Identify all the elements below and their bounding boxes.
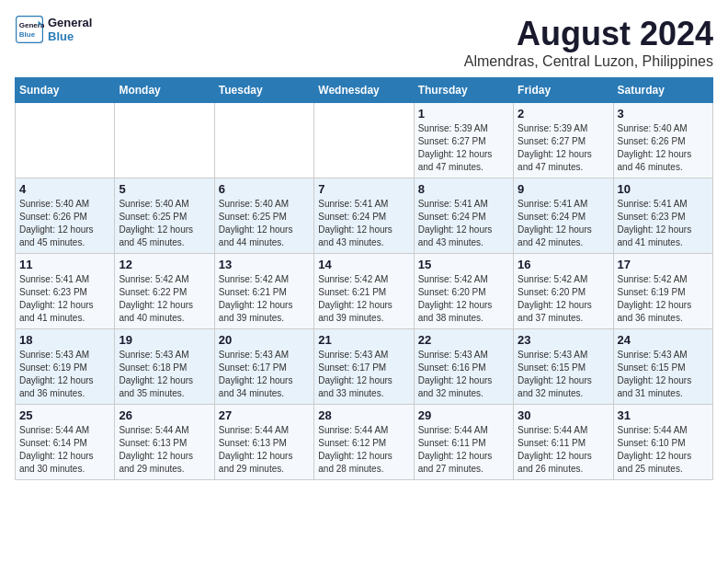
day-info: Sunrise: 5:40 AM Sunset: 6:25 PM Dayligh… bbox=[219, 198, 310, 249]
calendar-week-3: 11Sunrise: 5:41 AM Sunset: 6:23 PM Dayli… bbox=[16, 254, 713, 329]
day-number: 15 bbox=[418, 258, 509, 271]
day-number: 11 bbox=[19, 258, 110, 271]
day-info: Sunrise: 5:43 AM Sunset: 6:18 PM Dayligh… bbox=[119, 349, 210, 400]
day-info: Sunrise: 5:41 AM Sunset: 6:23 PM Dayligh… bbox=[618, 198, 709, 249]
weekday-header-row: SundayMondayTuesdayWednesdayThursdayFrid… bbox=[16, 78, 713, 103]
day-info: Sunrise: 5:41 AM Sunset: 6:24 PM Dayligh… bbox=[518, 198, 609, 249]
calendar-cell: 8Sunrise: 5:41 AM Sunset: 6:24 PM Daylig… bbox=[414, 178, 513, 254]
day-info: Sunrise: 5:41 AM Sunset: 6:24 PM Dayligh… bbox=[318, 198, 409, 249]
calendar-week-5: 25Sunrise: 5:44 AM Sunset: 6:14 PM Dayli… bbox=[16, 405, 713, 480]
calendar-cell: 28Sunrise: 5:44 AM Sunset: 6:12 PM Dayli… bbox=[314, 405, 414, 480]
calendar-cell: 3Sunrise: 5:40 AM Sunset: 6:26 PM Daylig… bbox=[613, 103, 712, 178]
day-info: Sunrise: 5:44 AM Sunset: 6:13 PM Dayligh… bbox=[119, 424, 210, 476]
calendar-cell: 31Sunrise: 5:44 AM Sunset: 6:10 PM Dayli… bbox=[613, 405, 712, 480]
day-number: 10 bbox=[618, 182, 709, 196]
day-info: Sunrise: 5:40 AM Sunset: 6:26 PM Dayligh… bbox=[19, 198, 110, 249]
day-info: Sunrise: 5:43 AM Sunset: 6:17 PM Dayligh… bbox=[318, 349, 409, 400]
calendar-cell: 13Sunrise: 5:42 AM Sunset: 6:21 PM Dayli… bbox=[214, 254, 313, 329]
day-info: Sunrise: 5:42 AM Sunset: 6:21 PM Dayligh… bbox=[219, 273, 310, 325]
day-number: 24 bbox=[618, 333, 709, 347]
logo-general: General bbox=[48, 16, 92, 29]
calendar-cell: 7Sunrise: 5:41 AM Sunset: 6:24 PM Daylig… bbox=[314, 178, 414, 254]
logo: General Blue General Blue bbox=[15, 15, 92, 44]
day-number: 14 bbox=[318, 258, 409, 271]
weekday-header-tuesday: Tuesday bbox=[214, 78, 313, 103]
weekday-header-saturday: Saturday bbox=[613, 78, 712, 103]
day-number: 9 bbox=[518, 182, 609, 196]
day-number: 1 bbox=[418, 107, 509, 121]
weekday-header-wednesday: Wednesday bbox=[314, 78, 414, 103]
logo-icon: General Blue bbox=[15, 15, 44, 44]
subtitle: Almendras, Central Luzon, Philippines bbox=[464, 53, 713, 70]
day-info: Sunrise: 5:42 AM Sunset: 6:20 PM Dayligh… bbox=[518, 273, 609, 325]
day-number: 19 bbox=[119, 333, 210, 347]
calendar-week-4: 18Sunrise: 5:43 AM Sunset: 6:19 PM Dayli… bbox=[16, 329, 713, 405]
calendar-cell: 27Sunrise: 5:44 AM Sunset: 6:13 PM Dayli… bbox=[214, 405, 313, 480]
day-number: 6 bbox=[219, 182, 310, 196]
day-number: 21 bbox=[318, 333, 409, 347]
calendar-cell: 25Sunrise: 5:44 AM Sunset: 6:14 PM Dayli… bbox=[16, 405, 115, 480]
day-number: 26 bbox=[119, 408, 210, 422]
calendar-cell: 10Sunrise: 5:41 AM Sunset: 6:23 PM Dayli… bbox=[613, 178, 712, 254]
day-number: 7 bbox=[318, 182, 409, 196]
day-info: Sunrise: 5:43 AM Sunset: 6:17 PM Dayligh… bbox=[219, 349, 310, 400]
calendar-cell: 17Sunrise: 5:42 AM Sunset: 6:19 PM Dayli… bbox=[613, 254, 712, 329]
day-info: Sunrise: 5:43 AM Sunset: 6:15 PM Dayligh… bbox=[618, 349, 709, 400]
day-number: 25 bbox=[19, 408, 110, 422]
day-info: Sunrise: 5:39 AM Sunset: 6:27 PM Dayligh… bbox=[518, 122, 609, 174]
weekday-header-monday: Monday bbox=[115, 78, 214, 103]
day-number: 13 bbox=[219, 258, 310, 271]
day-number: 12 bbox=[119, 258, 210, 271]
calendar-cell: 23Sunrise: 5:43 AM Sunset: 6:15 PM Dayli… bbox=[514, 329, 613, 405]
calendar-week-1: 1Sunrise: 5:39 AM Sunset: 6:27 PM Daylig… bbox=[16, 103, 713, 178]
day-info: Sunrise: 5:43 AM Sunset: 6:16 PM Dayligh… bbox=[418, 349, 509, 400]
day-info: Sunrise: 5:41 AM Sunset: 6:23 PM Dayligh… bbox=[19, 273, 110, 325]
calendar-cell: 12Sunrise: 5:42 AM Sunset: 6:22 PM Dayli… bbox=[115, 254, 214, 329]
calendar-cell: 18Sunrise: 5:43 AM Sunset: 6:19 PM Dayli… bbox=[16, 329, 115, 405]
day-number: 30 bbox=[518, 408, 609, 422]
calendar-cell: 20Sunrise: 5:43 AM Sunset: 6:17 PM Dayli… bbox=[214, 329, 313, 405]
logo-blue: Blue bbox=[48, 29, 92, 43]
day-number: 2 bbox=[518, 107, 609, 121]
day-info: Sunrise: 5:44 AM Sunset: 6:11 PM Dayligh… bbox=[418, 424, 509, 476]
weekday-header-sunday: Sunday bbox=[16, 78, 115, 103]
title-area: August 2024 Almendras, Central Luzon, Ph… bbox=[464, 15, 713, 70]
day-info: Sunrise: 5:44 AM Sunset: 6:10 PM Dayligh… bbox=[618, 424, 709, 476]
day-info: Sunrise: 5:40 AM Sunset: 6:26 PM Dayligh… bbox=[618, 122, 709, 174]
day-number: 4 bbox=[19, 182, 110, 196]
day-info: Sunrise: 5:42 AM Sunset: 6:19 PM Dayligh… bbox=[618, 273, 709, 325]
day-number: 17 bbox=[618, 258, 709, 271]
day-number: 20 bbox=[219, 333, 310, 347]
calendar-cell: 16Sunrise: 5:42 AM Sunset: 6:20 PM Dayli… bbox=[514, 254, 613, 329]
calendar-cell bbox=[214, 103, 313, 178]
day-info: Sunrise: 5:44 AM Sunset: 6:12 PM Dayligh… bbox=[318, 424, 409, 476]
day-info: Sunrise: 5:44 AM Sunset: 6:14 PM Dayligh… bbox=[19, 424, 110, 476]
svg-text:Blue: Blue bbox=[19, 30, 36, 39]
day-number: 31 bbox=[618, 408, 709, 422]
day-number: 3 bbox=[618, 107, 709, 121]
day-number: 27 bbox=[219, 408, 310, 422]
calendar-cell: 2Sunrise: 5:39 AM Sunset: 6:27 PM Daylig… bbox=[514, 103, 613, 178]
calendar-cell: 29Sunrise: 5:44 AM Sunset: 6:11 PM Dayli… bbox=[414, 405, 513, 480]
day-info: Sunrise: 5:42 AM Sunset: 6:20 PM Dayligh… bbox=[418, 273, 509, 325]
day-number: 28 bbox=[318, 408, 409, 422]
day-number: 18 bbox=[19, 333, 110, 347]
day-info: Sunrise: 5:40 AM Sunset: 6:25 PM Dayligh… bbox=[119, 198, 210, 249]
calendar-cell: 26Sunrise: 5:44 AM Sunset: 6:13 PM Dayli… bbox=[115, 405, 214, 480]
day-info: Sunrise: 5:42 AM Sunset: 6:21 PM Dayligh… bbox=[318, 273, 409, 325]
weekday-header-thursday: Thursday bbox=[414, 78, 513, 103]
calendar-cell: 22Sunrise: 5:43 AM Sunset: 6:16 PM Dayli… bbox=[414, 329, 513, 405]
day-number: 22 bbox=[418, 333, 509, 347]
calendar-cell: 14Sunrise: 5:42 AM Sunset: 6:21 PM Dayli… bbox=[314, 254, 414, 329]
calendar-cell: 21Sunrise: 5:43 AM Sunset: 6:17 PM Dayli… bbox=[314, 329, 414, 405]
calendar-cell: 9Sunrise: 5:41 AM Sunset: 6:24 PM Daylig… bbox=[514, 178, 613, 254]
day-info: Sunrise: 5:43 AM Sunset: 6:19 PM Dayligh… bbox=[19, 349, 110, 400]
day-number: 29 bbox=[418, 408, 509, 422]
day-info: Sunrise: 5:44 AM Sunset: 6:11 PM Dayligh… bbox=[518, 424, 609, 476]
day-number: 8 bbox=[418, 182, 509, 196]
calendar-cell: 15Sunrise: 5:42 AM Sunset: 6:20 PM Dayli… bbox=[414, 254, 513, 329]
calendar-cell: 24Sunrise: 5:43 AM Sunset: 6:15 PM Dayli… bbox=[613, 329, 712, 405]
calendar-week-2: 4Sunrise: 5:40 AM Sunset: 6:26 PM Daylig… bbox=[16, 178, 713, 254]
calendar-cell: 11Sunrise: 5:41 AM Sunset: 6:23 PM Dayli… bbox=[16, 254, 115, 329]
main-title: August 2024 bbox=[464, 15, 713, 53]
